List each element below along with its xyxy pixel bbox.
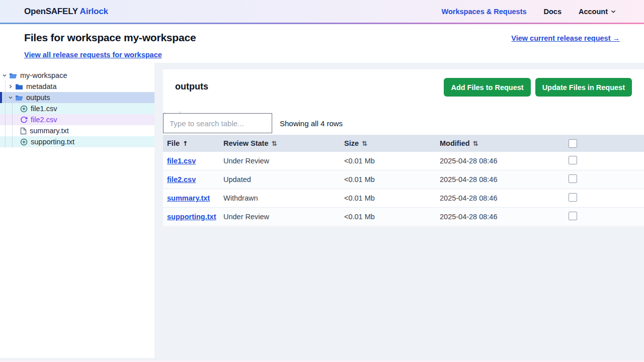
sort-both-icon: ⇅ xyxy=(473,140,478,147)
sort-both-icon: ⇅ xyxy=(271,140,277,147)
chevron-right-icon[interactable] xyxy=(8,84,13,89)
tree-item-my-workspace[interactable]: my-workspace xyxy=(0,70,154,81)
modified-cell: 2025-04-28 08:46 xyxy=(436,157,565,165)
review-state-cell: Updated xyxy=(219,175,340,184)
add-files-button[interactable]: Add Files to Request xyxy=(444,78,530,97)
selected-indicator xyxy=(0,92,2,103)
directory-heading: outputs xyxy=(175,81,208,92)
file-icon xyxy=(20,127,27,135)
size-cell: <0.01 Mb xyxy=(340,175,436,184)
folder-open-icon xyxy=(9,72,17,79)
file-link[interactable]: file1.csv xyxy=(167,157,196,165)
column-header-file[interactable]: File ↑ xyxy=(163,139,219,147)
nav-links: Workspaces & Requests Docs Account xyxy=(442,8,616,16)
row-select-checkbox[interactable] xyxy=(569,156,577,164)
file-browser-sidebar: my-workspace metadata outputs xyxy=(0,63,154,358)
brand-primary: OpenSAFELY xyxy=(24,7,78,16)
action-buttons: Add Files to Request Update Files in Req… xyxy=(444,78,632,97)
review-state-cell: Under Review xyxy=(219,213,340,221)
size-cell: <0.01 Mb xyxy=(340,213,436,221)
column-header-modified[interactable]: Modified ⇅ xyxy=(436,139,565,147)
file-link[interactable]: supporting.txt xyxy=(167,213,216,221)
rows-summary: Showing all 4 rows xyxy=(280,119,343,128)
tree-item-file2-csv[interactable]: file2.csv xyxy=(0,114,154,125)
tree-item-summary-txt[interactable]: summary.txt xyxy=(0,125,154,136)
sort-both-icon: ⇅ xyxy=(362,140,367,147)
top-navbar: OpenSAFELY Airlock Workspaces & Requests… xyxy=(0,0,644,23)
circle-plus-icon xyxy=(20,138,28,146)
chevron-down-icon[interactable] xyxy=(2,73,7,78)
column-header-review-state[interactable]: Review State ⇅ xyxy=(219,139,340,147)
folder-closed-icon xyxy=(15,83,23,90)
content-card: outputs Add Files to Request Update File… xyxy=(163,69,644,227)
files-table: File ↑ Review State ⇅ Size ⇅ Modified ⇅ … xyxy=(163,135,644,226)
tree-item-metadata[interactable]: metadata xyxy=(0,81,154,92)
tree-item-label: summary.txt xyxy=(30,127,69,135)
tree-item-label: file1.csv xyxy=(31,105,57,113)
select-all-checkbox[interactable] xyxy=(569,139,577,148)
column-header-select xyxy=(565,139,644,148)
nav-account-menu[interactable]: Account xyxy=(579,8,616,16)
brand-logo[interactable]: OpenSAFELY Airlock xyxy=(24,7,108,17)
current-release-request-link[interactable]: View current release request → xyxy=(511,34,620,42)
modified-cell: 2025-04-28 08:46 xyxy=(436,194,565,202)
file-link[interactable]: file2.csv xyxy=(167,175,196,184)
table-search-input[interactable] xyxy=(163,113,272,133)
table-row: summary.txt Withdrawn <0.01 Mb 2025-04-2… xyxy=(163,189,644,208)
review-state-cell: Withdrawn xyxy=(219,194,340,202)
size-cell: <0.01 Mb xyxy=(340,157,436,165)
folder-open-icon xyxy=(15,95,23,101)
nav-account-label: Account xyxy=(579,8,608,16)
row-select-checkbox[interactable] xyxy=(569,174,577,183)
file-tree: my-workspace metadata outputs xyxy=(0,63,154,147)
sort-ascending-icon: ↑ xyxy=(183,140,188,147)
tree-item-supporting-txt[interactable]: supporting.txt xyxy=(0,136,154,147)
tree-item-label: file2.csv xyxy=(31,116,57,124)
table-header-row: File ↑ Review State ⇅ Size ⇅ Modified ⇅ xyxy=(163,135,644,152)
review-state-cell: Under Review xyxy=(219,157,340,165)
tree-item-label: my-workspace xyxy=(20,71,67,79)
tree-item-label: outputs xyxy=(26,94,50,102)
tree-item-outputs[interactable]: outputs xyxy=(0,92,154,103)
page-header: Files for workspace my-workspace View al… xyxy=(0,24,644,63)
tree-item-label: metadata xyxy=(26,82,56,90)
update-files-button[interactable]: Update Files in Request xyxy=(535,78,632,97)
page-title: Files for workspace my-workspace xyxy=(24,32,196,44)
size-cell: <0.01 Mb xyxy=(340,194,436,202)
all-release-requests-link[interactable]: View all release requests for workspace xyxy=(24,51,162,59)
table-row: file2.csv Updated <0.01 Mb 2025-04-28 08… xyxy=(163,170,644,189)
column-header-size[interactable]: Size ⇅ xyxy=(340,139,436,147)
modified-cell: 2025-04-28 08:46 xyxy=(436,213,565,221)
brand-secondary: Airlock xyxy=(80,7,108,16)
chevron-down-icon xyxy=(611,10,616,14)
chevron-down-icon[interactable] xyxy=(8,95,13,100)
modified-cell: 2025-04-28 08:46 xyxy=(436,175,565,184)
nav-link-docs[interactable]: Docs xyxy=(544,8,561,16)
tree-item-label: supporting.txt xyxy=(31,138,74,146)
file-link[interactable]: summary.txt xyxy=(167,194,210,202)
tree-item-file1-csv[interactable]: file1.csv xyxy=(0,103,154,114)
table-row: file1.csv Under Review <0.01 Mb 2025-04-… xyxy=(163,152,644,170)
row-select-checkbox[interactable] xyxy=(569,212,577,220)
circle-plus-icon xyxy=(20,105,28,113)
nav-link-workspaces-requests[interactable]: Workspaces & Requests xyxy=(442,8,527,16)
row-select-checkbox[interactable] xyxy=(569,193,577,202)
table-row: supporting.txt Under Review <0.01 Mb 202… xyxy=(163,208,644,226)
refresh-icon xyxy=(20,116,28,124)
